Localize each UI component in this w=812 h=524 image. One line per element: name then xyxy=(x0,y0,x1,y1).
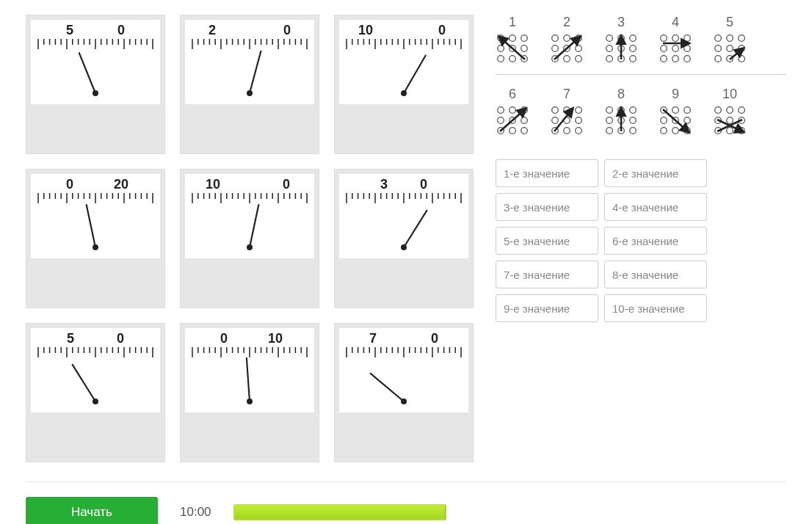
svg-point-160 xyxy=(93,399,98,404)
answer-input-8[interactable] xyxy=(604,261,707,288)
svg-line-136 xyxy=(404,210,427,247)
svg-line-113 xyxy=(250,204,258,247)
gauge-labels: 2 0 xyxy=(185,23,314,39)
svg-line-67 xyxy=(404,55,426,93)
svg-line-205 xyxy=(370,373,404,401)
svg-point-137 xyxy=(401,244,407,250)
answer-input-9[interactable] xyxy=(496,294,598,322)
gauge-label-right: 0 xyxy=(420,331,449,347)
timer-display: 10:00 xyxy=(180,505,211,520)
svg-point-244 xyxy=(727,35,733,42)
key-cell-5: 5 xyxy=(713,15,747,67)
key-glyph-icon xyxy=(713,33,747,67)
svg-point-114 xyxy=(247,244,253,250)
key-glyph-icon xyxy=(550,33,584,67)
svg-point-231 xyxy=(606,56,613,62)
svg-point-68 xyxy=(401,90,407,96)
svg-point-268 xyxy=(564,128,570,134)
key-cell-10: 10 xyxy=(713,87,747,139)
svg-point-266 xyxy=(576,117,582,124)
answer-input-4[interactable] xyxy=(604,193,707,221)
svg-point-286 xyxy=(673,128,679,134)
gauge-label-left: 5 xyxy=(55,23,84,39)
gauge-grid: 5 0 2 0 10 0 xyxy=(26,15,474,462)
key-number: 3 xyxy=(604,15,638,30)
gauge-card-8: 0 10 xyxy=(180,323,319,462)
gauge-label-left: 7 xyxy=(358,331,388,347)
svg-point-269 xyxy=(576,128,582,134)
key-cell-1: 1 xyxy=(496,15,529,67)
key-cell-4: 4 xyxy=(659,15,692,67)
answer-input-1[interactable] xyxy=(496,159,598,187)
key-cell-7: 7 xyxy=(550,87,584,139)
key-row-top: 1 2 3 4 5 xyxy=(496,15,786,75)
key-number: 2 xyxy=(550,15,584,30)
key-number: 9 xyxy=(659,87,692,102)
svg-line-44 xyxy=(250,51,261,93)
gauge-face: 7 0 xyxy=(339,328,468,412)
gauge-needle xyxy=(35,193,156,252)
svg-point-216 xyxy=(552,35,559,42)
gauge-face: 10 0 xyxy=(185,174,314,258)
svg-point-270 xyxy=(606,107,613,114)
gauge-card-3: 10 0 xyxy=(334,15,474,154)
svg-point-210 xyxy=(498,46,504,52)
gauge-label-left: 0 xyxy=(55,177,84,193)
progress-fill xyxy=(234,505,446,520)
answer-input-6[interactable] xyxy=(604,227,707,255)
svg-line-159 xyxy=(72,364,95,401)
svg-point-91 xyxy=(93,244,98,250)
gauge-label-right: 0 xyxy=(272,177,301,193)
key-glyph-icon xyxy=(604,33,638,67)
svg-point-239 xyxy=(684,46,691,52)
svg-point-285 xyxy=(661,128,667,134)
gauge-label-left: 2 xyxy=(197,23,227,39)
key-number: 1 xyxy=(496,15,529,30)
gauge-face: 10 0 xyxy=(339,20,468,104)
answer-input-7[interactable] xyxy=(496,261,598,288)
key-glyph-icon xyxy=(659,33,692,67)
gauge-labels: 5 0 xyxy=(31,331,160,347)
gauge-label-left: 0 xyxy=(209,331,239,347)
gauge-label-right: 0 xyxy=(106,331,135,347)
gauge-face: 2 0 xyxy=(185,20,314,104)
key-number: 4 xyxy=(659,15,692,30)
gauge-label-right: 10 xyxy=(261,331,290,347)
svg-point-249 xyxy=(715,56,722,62)
answer-input-3[interactable] xyxy=(496,193,598,221)
svg-point-22 xyxy=(93,90,98,96)
svg-point-289 xyxy=(727,107,733,114)
svg-point-264 xyxy=(552,117,559,124)
key-cell-8: 8 xyxy=(604,87,638,139)
svg-point-282 xyxy=(661,117,667,124)
answer-input-2[interactable] xyxy=(604,159,707,187)
right-column: 1 2 3 4 5 xyxy=(496,15,786,462)
gauge-needle xyxy=(189,193,310,252)
answer-input-10[interactable] xyxy=(604,294,707,322)
gauge-needle xyxy=(344,347,464,406)
gauge-label-right: 0 xyxy=(427,23,457,39)
svg-point-272 xyxy=(630,107,637,114)
svg-point-278 xyxy=(630,128,637,134)
gauge-labels: 7 0 xyxy=(339,331,468,347)
svg-point-237 xyxy=(661,46,667,52)
svg-point-234 xyxy=(661,35,667,42)
svg-point-261 xyxy=(552,107,559,114)
gauge-labels: 10 0 xyxy=(185,177,314,193)
key-number: 8 xyxy=(604,87,638,102)
key-glyph-icon xyxy=(604,105,638,139)
svg-point-183 xyxy=(247,399,253,404)
svg-point-259 xyxy=(510,128,516,134)
svg-point-212 xyxy=(521,46,528,52)
key-glyph-icon xyxy=(496,33,529,67)
gauge-label-right: 20 xyxy=(106,177,136,193)
svg-point-214 xyxy=(510,56,516,62)
svg-line-21 xyxy=(79,52,95,93)
gauge-face: 5 0 xyxy=(31,328,160,412)
key-row-bottom: 6 7 8 9 10 xyxy=(496,87,786,139)
footer: Начать 10:00 xyxy=(26,481,786,524)
start-button[interactable]: Начать xyxy=(26,497,158,524)
gauge-labels: 0 20 xyxy=(31,177,160,193)
answer-input-5[interactable] xyxy=(496,227,598,255)
gauge-labels: 10 0 xyxy=(339,23,468,39)
